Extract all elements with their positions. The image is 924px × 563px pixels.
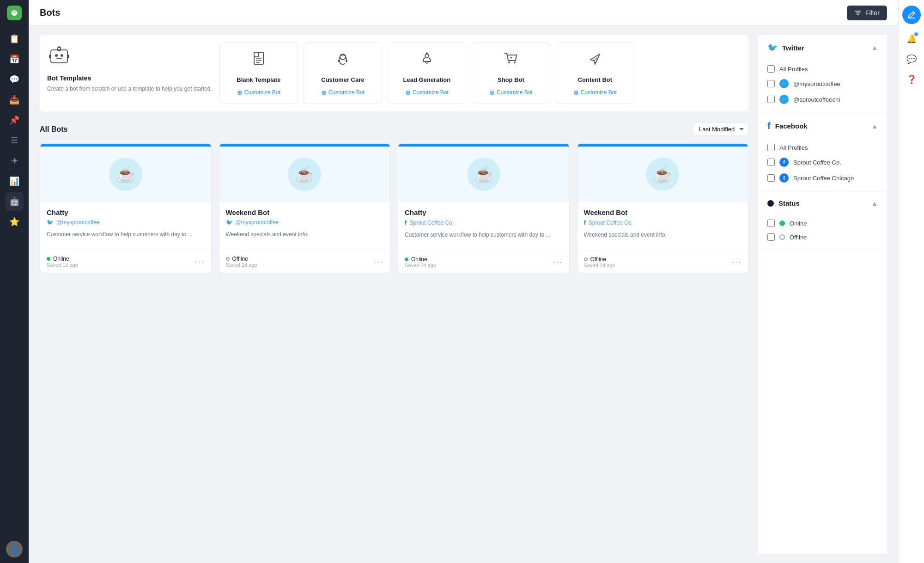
right-sidebar: 🔔 💬 ❓ <box>898 0 924 563</box>
shop-bot-icon <box>503 50 519 71</box>
status-online-dot <box>47 257 50 261</box>
bot-profile: 🐦 @mysproutcoffee <box>47 219 205 226</box>
compose-button[interactable] <box>902 6 921 24</box>
bot-card-chatty-twitter: ☕ Chatty 🐦 @mysproutcoffee Customer serv… <box>40 143 212 273</box>
shop-bot-customize-btn[interactable]: ⊕ Customize Bot <box>489 89 533 96</box>
facebook-icon: f <box>767 121 771 131</box>
filter-facebook-profile-2-checkbox[interactable] <box>767 174 775 182</box>
filter-facebook-all[interactable]: All Profiles <box>767 141 878 154</box>
offline-indicator-icon <box>779 234 785 240</box>
chevron-up-icon: ▲ <box>871 200 878 207</box>
filter-status-header[interactable]: Status ▲ <box>758 192 887 214</box>
filter-button[interactable]: Filter <box>847 6 887 20</box>
filter-status-section: Status ▲ Online Offline <box>758 192 887 250</box>
filter-facebook-header[interactable]: f Facebook ▲ <box>758 113 887 139</box>
nav-send[interactable]: ✈ <box>5 152 24 170</box>
bot-menu-button[interactable]: ··· <box>374 257 383 267</box>
template-lead-gen[interactable]: Lead Generation ⊕ Customize Bot <box>388 43 466 104</box>
customer-care-icon <box>334 50 351 71</box>
filter-twitter-header[interactable]: 🐦 Twitter ▲ <box>758 35 887 60</box>
filter-twitter-profile-1[interactable]: 🐦 @mysproutcoffee <box>767 76 878 92</box>
bot-card-chatty-facebook: ☕ Chatty f Sprout Coffee Co. Customer se… <box>398 143 570 273</box>
template-blank[interactable]: Blank Template ⊕ Customize Bot <box>219 43 298 104</box>
bot-description: Weekend specials and event info. <box>584 231 742 239</box>
filter-facebook-profile-1[interactable]: f Sprout Coffee Co. <box>767 154 878 170</box>
notifications-button[interactable]: 🔔 <box>902 30 921 48</box>
content-customize-btn[interactable]: ⊕ Customize Bot <box>573 89 617 96</box>
filter-twitter-profile-1-checkbox[interactable] <box>767 80 775 87</box>
svg-rect-7 <box>67 55 69 58</box>
nav-star[interactable]: ⭐ <box>5 213 24 231</box>
svg-point-2 <box>61 54 63 57</box>
lead-gen-icon <box>419 50 435 71</box>
nav-calendar[interactable]: 📅 <box>5 50 24 68</box>
filter-status-offline[interactable]: Offline <box>767 230 878 244</box>
nav-inbox[interactable]: 📥 <box>5 91 24 109</box>
facebook-profile-icon: f <box>779 173 789 183</box>
filter-facebook-profile-1-checkbox[interactable] <box>767 159 775 166</box>
svg-point-17 <box>508 61 510 63</box>
page-title: Bots <box>40 7 60 18</box>
bot-templates-desc: Create a bot from scratch or use a templ… <box>47 85 212 93</box>
filter-facebook-all-checkbox[interactable] <box>767 144 775 151</box>
filter-facebook-items: All Profiles f Sprout Coffee Co. f Sprou… <box>758 139 887 191</box>
twitter-icon: 🐦 <box>47 219 54 226</box>
filter-status-offline-checkbox[interactable] <box>767 233 775 241</box>
filter-twitter-title: 🐦 Twitter <box>767 43 804 53</box>
bot-profile: f Sprout Coffee Co. <box>405 219 563 226</box>
bot-footer: Online Saved 2d ago ··· <box>398 251 569 273</box>
template-customer-care[interactable]: Customer Care ⊕ Customize Bot <box>304 43 382 104</box>
status-online-dot <box>405 257 408 261</box>
nav-analytics[interactable]: 📊 <box>5 172 24 190</box>
blank-template-icon <box>250 50 267 71</box>
templates-section: Bot Templates Create a bot from scratch … <box>40 35 748 111</box>
filter-twitter-profile-2-checkbox[interactable] <box>767 96 775 103</box>
twitter-bird-icon: 🐦 <box>767 43 778 53</box>
user-avatar[interactable]: 👤 <box>6 541 23 557</box>
filter-status-online-checkbox[interactable] <box>767 220 775 227</box>
bot-name: Weekend Bot <box>226 208 384 216</box>
svg-point-16 <box>425 54 429 58</box>
sort-select[interactable]: Last Modified Name Status Date Created <box>693 122 748 136</box>
filter-twitter-profile-2[interactable]: 🐦 @sproutcoffeechi <box>767 92 878 107</box>
blank-customize-btn[interactable]: ⊕ Customize Bot <box>237 89 280 96</box>
filter-panel: 🐦 Twitter ▲ All Profiles 🐦 @mysproutcoff… <box>758 35 887 554</box>
lead-gen-customize-btn[interactable]: ⊕ Customize Bot <box>405 89 449 96</box>
bot-saved-time: Saved 2d ago <box>405 263 436 268</box>
nav-tasks[interactable]: 📋 <box>5 30 24 48</box>
bot-card-image: ☕ <box>578 147 748 202</box>
nav-bots[interactable]: 🤖 <box>5 192 24 211</box>
bot-profile: 🐦 @mysproutcoffee <box>226 219 384 226</box>
bots-section-header: All Bots Last Modified Name Status Date … <box>40 122 748 136</box>
all-bots-section: All Bots Last Modified Name Status Date … <box>40 122 748 273</box>
nav-messages[interactable]: 💬 <box>5 70 24 89</box>
template-shop-bot[interactable]: Shop Bot ⊕ Customize Bot <box>472 43 550 104</box>
filter-facebook-profile-2[interactable]: f Sprout Coffee Chicago <box>767 170 878 186</box>
main-panel: Bot Templates Create a bot from scratch … <box>40 35 748 554</box>
help-button[interactable]: ❓ <box>902 70 921 89</box>
bot-footer: Online Saved 1d ago ··· <box>40 251 211 272</box>
filter-status-online[interactable]: Online <box>767 216 878 230</box>
svg-rect-15 <box>346 60 347 62</box>
filter-status-title: Status <box>767 199 800 207</box>
chat-button[interactable]: 💬 <box>902 50 921 68</box>
logo[interactable] <box>7 6 22 20</box>
status-circle-icon <box>767 200 774 207</box>
nav-menu[interactable]: ☰ <box>5 131 24 150</box>
bot-menu-button[interactable]: ··· <box>195 257 204 267</box>
bot-menu-button[interactable]: ··· <box>732 257 742 267</box>
twitter-profile-icon: 🐦 <box>779 95 789 104</box>
filter-twitter-all[interactable]: All Profiles <box>767 62 878 76</box>
bot-menu-button[interactable]: ··· <box>553 257 562 267</box>
nav-pin[interactable]: 📌 <box>5 111 24 129</box>
bot-profile: f Sprout Coffee Co. <box>584 219 742 226</box>
chevron-up-icon: ▲ <box>871 44 878 51</box>
chevron-up-icon: ▲ <box>871 122 878 130</box>
bot-footer: Offline Saved 2d ago ··· <box>578 251 748 273</box>
bot-status: Online <box>47 256 78 262</box>
customer-care-customize-btn[interactable]: ⊕ Customize Bot <box>321 89 365 96</box>
template-content[interactable]: Content Bot ⊕ Customize Bot <box>556 43 634 104</box>
bot-status: Offline <box>226 256 257 262</box>
bot-card-body: Weekend Bot f Sprout Coffee Co. Weekend … <box>578 202 748 251</box>
filter-twitter-all-checkbox[interactable] <box>767 65 775 73</box>
